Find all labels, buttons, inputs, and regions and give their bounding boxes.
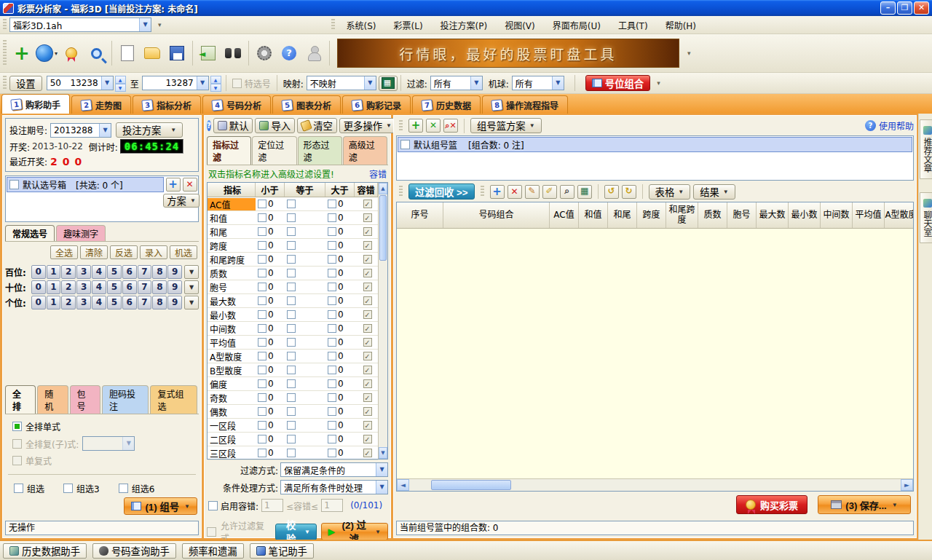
equal-checkbox[interactable] — [287, 338, 296, 347]
range-to-combobox[interactable]: 13287 ▼ — [142, 76, 209, 90]
mode-tab-3[interactable]: 胆码投注 — [102, 385, 149, 414]
filter-tab-2[interactable]: 形态过滤 — [298, 136, 342, 165]
chevron-down-icon[interactable]: ▼ — [376, 463, 387, 476]
tolerance-min-input[interactable]: 1 — [261, 499, 283, 512]
menu-item-4[interactable]: 界面布局(U) — [544, 17, 609, 33]
greater-than-checkbox[interactable] — [328, 227, 336, 236]
group-check-0[interactable]: 组选 — [14, 482, 44, 494]
main-tab-6[interactable]: 6购彩记录 — [342, 95, 411, 114]
digit-button-5[interactable]: 5 — [107, 296, 122, 309]
chevron-down-icon[interactable]: ▼ — [184, 265, 199, 279]
toolbar-grip[interactable] — [481, 186, 484, 197]
assistant-button-0[interactable]: 历史数据助手 — [3, 543, 87, 559]
greater-than-checkbox[interactable] — [328, 241, 336, 250]
open-folder-icon[interactable] — [141, 42, 163, 64]
tolerance-checkbox[interactable]: ✓ — [363, 324, 372, 333]
chevron-down-icon[interactable]: ▼ — [184, 280, 199, 294]
digit-button-2[interactable]: 2 — [61, 296, 76, 309]
machine-combobox[interactable]: 所有 ▼ — [512, 76, 564, 90]
filter-mode-combobox[interactable]: 保留满足条件的 ▼ — [280, 462, 388, 477]
toolbar-overflow-icon[interactable]: ▾ — [685, 50, 693, 57]
group-checkbox[interactable] — [119, 484, 128, 493]
toolbar-grip[interactable] — [399, 120, 403, 131]
range-to-spinner[interactable]: ▲▼ — [210, 76, 221, 91]
single-multi-checkbox[interactable] — [12, 456, 22, 465]
filter-run-button[interactable]: ▶ (2) 过滤 ▼ — [321, 523, 388, 540]
digit-button-6[interactable]: 6 — [122, 280, 137, 294]
digit-button-5[interactable]: 5 — [107, 280, 122, 294]
equal-checkbox[interactable] — [287, 241, 296, 250]
mapping-combobox[interactable]: 不映射 ▼ — [307, 76, 376, 90]
toolbar-grip[interactable] — [3, 76, 7, 90]
indicator-row-和尾[interactable]: 和尾00✓ — [208, 225, 378, 239]
side-tab-1[interactable]: 聊天室 — [920, 192, 932, 243]
assistant-button-1[interactable]: 号码查询助手 — [92, 543, 176, 559]
minimize-button[interactable]: – — [880, 1, 896, 15]
vertical-scrollbar[interactable]: ▲ ▼ — [378, 183, 387, 459]
equal-checkbox[interactable] — [287, 213, 296, 222]
less-than-checkbox[interactable] — [258, 379, 266, 388]
tolerance-checkbox[interactable]: ✓ — [363, 310, 372, 319]
digit-button-9[interactable]: 9 — [167, 280, 182, 294]
quick-button-0[interactable]: 全选 — [50, 245, 78, 259]
main-tab-7[interactable]: 7历史数据 — [412, 95, 481, 114]
group-checkbox[interactable] — [14, 484, 23, 493]
digit-button-6[interactable]: 6 — [122, 296, 137, 309]
greater-than-checkbox[interactable] — [328, 200, 336, 208]
less-than-checkbox[interactable] — [258, 407, 266, 416]
greater-than-checkbox[interactable] — [328, 324, 336, 333]
pick-tab-1[interactable]: 趣味测字 — [56, 225, 106, 241]
equal-checkbox[interactable] — [287, 296, 296, 305]
greater-than-checkbox[interactable] — [328, 296, 336, 305]
toolbar-grip[interactable] — [399, 186, 403, 197]
zoom-icon[interactable] — [85, 42, 107, 64]
equal-checkbox[interactable] — [287, 255, 296, 264]
indicator-row-最小数[interactable]: 最小数00✓ — [208, 308, 378, 322]
chevron-down-icon[interactable]: ▼ — [376, 481, 387, 494]
digit-button-6[interactable]: 6 — [122, 265, 137, 279]
quick-button-2[interactable]: 反选 — [110, 245, 138, 259]
number-box-checkbox[interactable] — [9, 180, 19, 189]
equal-checkbox[interactable] — [287, 379, 296, 388]
bet-plan-button[interactable]: 投注方案 ▼ — [116, 122, 183, 138]
scroll-right-icon[interactable]: ► — [901, 479, 913, 491]
tolerance-checkbox[interactable]: ✓ — [363, 255, 372, 264]
toolbar-grip[interactable] — [3, 19, 7, 31]
main-tab-1[interactable]: 1购彩助手 — [1, 94, 70, 114]
digit-button-4[interactable]: 4 — [92, 280, 106, 294]
toolbar-overflow-icon[interactable]: ▾ — [655, 79, 663, 87]
menu-item-2[interactable]: 投注方案(P) — [432, 17, 497, 33]
equal-checkbox[interactable] — [287, 352, 296, 360]
greater-than-checkbox[interactable] — [328, 352, 336, 360]
tolerance-max-input[interactable]: 1 — [321, 499, 343, 512]
indicator-row-二区段[interactable]: 二区段00✓ — [208, 433, 378, 446]
digit-button-3[interactable]: 3 — [76, 265, 91, 279]
add-icon[interactable]: + — [11, 42, 33, 64]
help-icon[interactable]: ? — [207, 120, 211, 131]
digit-button-0[interactable]: 0 — [31, 280, 46, 294]
import-filter-button[interactable]: 导入 — [255, 118, 295, 133]
indicator-row-三区段[interactable]: 三区段00✓ — [208, 446, 378, 460]
ad-banner[interactable]: 行情眼，最好的股票盯盘工具 — [337, 39, 679, 68]
settings-gear-icon[interactable] — [253, 42, 275, 64]
user-icon[interactable] — [303, 42, 325, 64]
add-box-button[interactable]: + — [166, 178, 181, 192]
greater-than-checkbox[interactable] — [328, 269, 336, 277]
indicator-row-偶数[interactable]: 偶数00✓ — [208, 405, 378, 419]
condition-mode-combobox[interactable]: 满足所有条件时处理 ▼ — [280, 480, 388, 494]
result-view-dropdown[interactable]: 结果 ▼ — [693, 184, 735, 200]
main-tab-2[interactable]: 2走势图 — [71, 95, 131, 114]
equal-checkbox[interactable] — [287, 227, 296, 236]
menu-item-5[interactable]: 工具(T) — [609, 17, 657, 33]
less-than-checkbox[interactable] — [258, 213, 266, 222]
less-than-checkbox[interactable] — [258, 310, 266, 319]
greater-than-checkbox[interactable] — [328, 338, 336, 347]
main-tab-3[interactable]: 3指标分析 — [133, 95, 201, 114]
basket-plan-dropdown[interactable]: 组号篮方案 ▼ — [470, 118, 542, 133]
box-plan-dropdown[interactable]: 方案 ▼ — [163, 194, 200, 208]
tolerance-link[interactable]: 容错 — [369, 167, 387, 180]
basket-row[interactable]: 默认组号篮 [组合数: 0 注] — [398, 137, 912, 152]
less-than-checkbox[interactable] — [258, 227, 266, 236]
edit-pencil-icon[interactable]: ✎ — [525, 185, 540, 199]
toolbar-grip[interactable] — [3, 40, 7, 66]
